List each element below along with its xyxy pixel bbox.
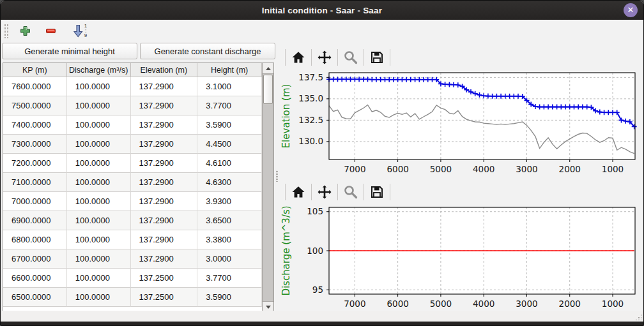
remove-row-button[interactable] bbox=[42, 22, 59, 40]
table-cell[interactable]: 4.6300 bbox=[197, 173, 262, 192]
table-cell[interactable]: 7200.0000 bbox=[3, 154, 67, 173]
table-cell[interactable]: 100.0000 bbox=[67, 135, 131, 154]
table-cell[interactable]: 3.6500 bbox=[197, 211, 262, 230]
column-header-2[interactable]: Elevation (m) bbox=[131, 63, 198, 77]
elevation-chart[interactable]: 7000600050004000300020001000137.5135.013… bbox=[279, 68, 642, 174]
home-button-discharge[interactable] bbox=[288, 182, 309, 202]
table-cell[interactable]: 3.7700 bbox=[197, 96, 262, 115]
y-tick-label: 105 bbox=[307, 206, 323, 216]
table-cell[interactable]: 100.0000 bbox=[67, 269, 131, 288]
generate-minimal-height-button[interactable]: Generate minimal height bbox=[2, 43, 137, 59]
table-cell[interactable]: 6800.0000 bbox=[3, 230, 67, 249]
table-cell[interactable]: 137.2900 bbox=[131, 77, 198, 96]
resize-grip[interactable] bbox=[635, 314, 641, 320]
toolbar-drag-handle[interactable] bbox=[4, 23, 8, 38]
table-cell[interactable]: 137.2900 bbox=[131, 211, 198, 230]
table-cell[interactable]: 3.9300 bbox=[197, 192, 262, 211]
table-cell[interactable]: 3.7700 bbox=[197, 269, 262, 288]
table-cell[interactable]: 137.2900 bbox=[131, 96, 198, 115]
titlebar: Initial condition - Saar - Saar ✕ bbox=[1, 1, 643, 20]
sort-button[interactable]: 1 9 bbox=[67, 22, 93, 40]
plot-background bbox=[329, 73, 635, 159]
y-tick-label: 132.5 bbox=[298, 115, 323, 125]
data-table: KP (m)Discharge (m³/s)Elevation (m)Heigh… bbox=[3, 63, 274, 313]
y-tick-label: 95 bbox=[312, 285, 323, 295]
window-title: Initial condition - Saar - Saar bbox=[262, 6, 382, 15]
column-header-3[interactable]: Height (m) bbox=[197, 63, 262, 77]
table-cell[interactable]: 100.0000 bbox=[67, 115, 131, 135]
table-body: 7600.0000100.0000137.29003.10007500.0000… bbox=[3, 77, 262, 312]
add-row-button[interactable] bbox=[16, 22, 34, 40]
table-cell[interactable]: 3.5900 bbox=[197, 115, 262, 135]
table-cell[interactable]: 7600.0000 bbox=[3, 77, 67, 96]
table-scrollbar[interactable] bbox=[262, 63, 273, 312]
table-row: 6700.0000100.0000137.29003.0000 bbox=[3, 249, 262, 269]
table-cell[interactable]: 7000.0000 bbox=[3, 192, 67, 211]
magnifier-icon bbox=[343, 50, 358, 65]
app-toolbar: 1 9 bbox=[1, 20, 643, 41]
discharge-chart[interactable]: 700060005000400030002000100010510095Disc… bbox=[279, 202, 642, 308]
table-cell[interactable]: 100.0000 bbox=[67, 288, 131, 307]
table-cell[interactable]: 137.2500 bbox=[131, 288, 198, 307]
table-cell[interactable]: 100.0000 bbox=[67, 249, 131, 269]
x-tick-label: 7000 bbox=[344, 164, 365, 174]
table-cell[interactable]: 137.2900 bbox=[131, 173, 198, 192]
table-cell[interactable]: 6500.0000 bbox=[3, 288, 67, 307]
x-tick-label: 6000 bbox=[387, 299, 408, 308]
x-tick-label: 3000 bbox=[516, 299, 537, 308]
y-axis-label: Discharge (m^3/s) bbox=[280, 205, 292, 295]
table-cell[interactable]: 3.5900 bbox=[197, 288, 262, 307]
table-cell[interactable]: 100.0000 bbox=[67, 154, 131, 173]
magnifier-icon bbox=[343, 184, 358, 200]
generate-constant-discharge-button[interactable]: Generate constant discharge bbox=[140, 43, 275, 59]
table-cell[interactable]: 3.0000 bbox=[197, 249, 262, 269]
column-header-1[interactable]: Discharge (m³/s) bbox=[67, 63, 131, 77]
table-cell[interactable]: 6900.0000 bbox=[3, 211, 67, 230]
table-cell[interactable]: 7400.0000 bbox=[3, 115, 67, 135]
x-tick-label: 7000 bbox=[344, 299, 365, 308]
table-cell[interactable]: 100.0000 bbox=[67, 96, 131, 115]
table-cell[interactable]: 100.0000 bbox=[67, 230, 131, 249]
table-cell[interactable]: 3.1000 bbox=[197, 77, 262, 96]
panel-splitter[interactable] bbox=[274, 41, 279, 310]
table-cell[interactable]: 137.2500 bbox=[131, 269, 198, 288]
pan-button-discharge[interactable] bbox=[314, 182, 335, 202]
table-row: 6800.0000100.0000137.29003.3800 bbox=[3, 230, 262, 249]
table-cell[interactable]: 4.4500 bbox=[197, 135, 262, 154]
table-cell[interactable]: 100.0000 bbox=[67, 77, 131, 96]
table-cell[interactable]: 137.2900 bbox=[131, 230, 198, 249]
table-cell[interactable]: 7500.0000 bbox=[3, 96, 67, 115]
window: Initial condition - Saar - Saar ✕ 1 bbox=[0, 0, 644, 326]
window-bottom-edge bbox=[1, 322, 643, 325]
close-button[interactable]: ✕ bbox=[624, 3, 638, 17]
table-row: 7600.0000100.0000137.29003.1000 bbox=[3, 77, 262, 96]
zoom-button-discharge[interactable] bbox=[340, 182, 362, 202]
table-cell[interactable]: 137.2900 bbox=[131, 154, 198, 173]
y-tick-label: 135.0 bbox=[298, 93, 323, 103]
pan-button-elevation[interactable] bbox=[314, 48, 335, 67]
table-cell[interactable]: 7300.0000 bbox=[3, 135, 67, 154]
table-cell[interactable]: 6700.0000 bbox=[3, 249, 67, 269]
table-cell[interactable]: 137.2900 bbox=[131, 249, 198, 269]
table-row: 7200.0000100.0000137.29004.6100 bbox=[3, 154, 262, 173]
table-cell[interactable]: 7100.0000 bbox=[3, 173, 67, 192]
table-cell[interactable]: 6600.0000 bbox=[3, 269, 67, 288]
scrollbar-thumb[interactable] bbox=[263, 75, 273, 104]
save-button-discharge[interactable] bbox=[366, 182, 388, 202]
table-cell[interactable]: 4.6100 bbox=[197, 154, 262, 173]
zoom-button-elevation[interactable] bbox=[340, 48, 362, 67]
table-cell[interactable]: 137.2900 bbox=[131, 135, 198, 154]
column-header-0[interactable]: KP (m) bbox=[3, 63, 67, 77]
table-grid: KP (m)Discharge (m³/s)Elevation (m)Heigh… bbox=[3, 63, 262, 312]
table-cell[interactable]: 3.3800 bbox=[197, 230, 262, 249]
table-cell[interactable]: 100.0000 bbox=[67, 173, 131, 192]
table-cell[interactable]: 137.2900 bbox=[131, 115, 198, 135]
home-button-elevation[interactable] bbox=[288, 48, 309, 67]
table-cell[interactable]: 100.0000 bbox=[67, 211, 131, 230]
table-cell[interactable]: 137.2900 bbox=[131, 192, 198, 211]
table-cell[interactable]: 100.0000 bbox=[67, 192, 131, 211]
save-button-elevation[interactable] bbox=[366, 48, 388, 67]
scroll-up-button[interactable] bbox=[263, 63, 273, 74]
status-bar bbox=[1, 311, 643, 322]
pan-icon bbox=[317, 50, 332, 65]
